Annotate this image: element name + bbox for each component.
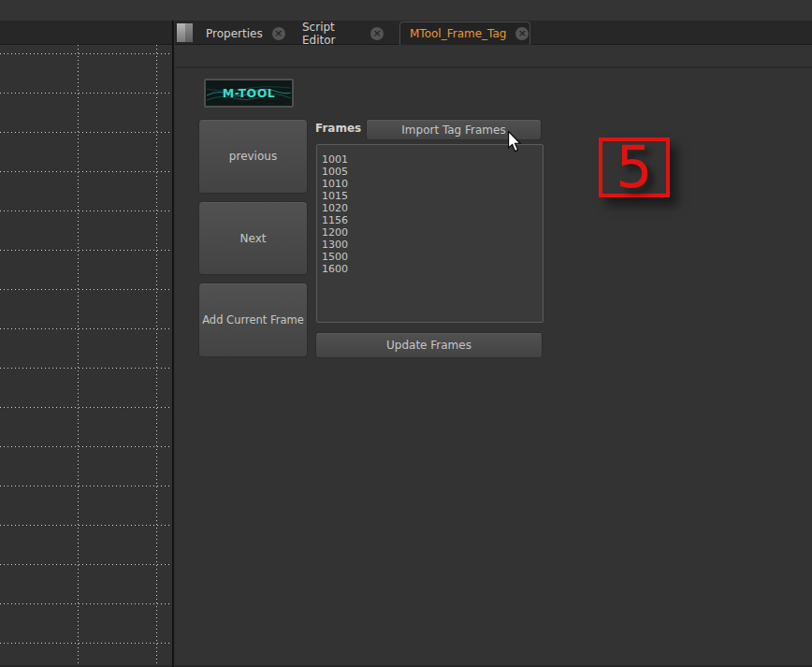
content-separator <box>175 66 812 68</box>
grid-line <box>0 93 172 94</box>
pane-menu-icon-right <box>185 23 194 42</box>
frame-list-item[interactable]: 1500 <box>322 251 538 263</box>
close-icon[interactable]: × <box>272 27 285 40</box>
frames-list[interactable]: 1001100510101015102011561200130015001600 <box>316 144 544 323</box>
frame-list-item[interactable]: 1200 <box>322 226 538 239</box>
grid-line <box>0 53 172 54</box>
pane-menu-icon[interactable] <box>177 23 193 42</box>
grid-line <box>0 328 172 329</box>
annotation-box: 5 <box>599 138 670 197</box>
tab-label: Script Editor <box>302 21 361 47</box>
frame-list-item[interactable]: 1600 <box>322 263 538 275</box>
update-frames-button[interactable]: Update Frames <box>315 332 543 358</box>
mtool-logo-text: M-TOOL <box>223 86 276 100</box>
tab-mtool-frame-tag[interactable]: MTool_Frame_Tag × <box>399 22 530 45</box>
mtool-logo: M-TOOL <box>204 79 294 108</box>
grid-line <box>0 603 172 604</box>
frames-label: Frames <box>315 122 361 135</box>
annotation-number: 5 <box>616 138 652 196</box>
frame-list-item[interactable]: 1005 <box>322 166 538 178</box>
close-icon[interactable]: × <box>515 27 529 40</box>
tab-label: Properties <box>206 27 263 40</box>
mouse-cursor <box>508 131 522 152</box>
add-current-frame-button[interactable]: Add Current Frame <box>198 283 308 357</box>
previous-button[interactable]: previous <box>198 119 308 194</box>
grid-line <box>0 486 172 486</box>
grid-line <box>0 368 172 369</box>
top-strip <box>0 0 812 21</box>
grid-line <box>0 132 172 133</box>
frame-list-item[interactable]: 1020 <box>322 202 538 214</box>
next-button[interactable]: Next <box>198 201 308 275</box>
grid-line <box>0 171 172 172</box>
frame-list-item[interactable]: 1001 <box>322 153 538 166</box>
frame-list-item[interactable]: 1015 <box>322 190 538 202</box>
node-graph-pane[interactable] <box>0 45 172 665</box>
grid-line <box>0 643 172 644</box>
grid-line <box>78 45 79 665</box>
frame-list-item[interactable]: 1300 <box>322 239 538 251</box>
grid-line <box>156 45 157 665</box>
grid-line <box>0 564 172 565</box>
mtool-logo-waves: M-TOOL <box>207 81 291 105</box>
grid-line <box>0 250 172 251</box>
frame-list-item[interactable]: 1010 <box>322 178 538 190</box>
tab-script-editor[interactable]: Script Editor × <box>293 22 393 44</box>
tab-label: MTool_Frame_Tag <box>410 27 506 40</box>
pane-menu-icon-left <box>177 23 185 42</box>
pane-divider[interactable] <box>172 21 175 667</box>
tab-properties[interactable]: Properties × <box>196 22 287 44</box>
nuke-window: Properties × Script Editor × MTool_Frame… <box>0 0 812 667</box>
grid-line <box>0 525 172 526</box>
grid-line <box>0 289 172 290</box>
grid-line <box>0 210 172 211</box>
grid-line <box>0 446 172 447</box>
frame-list-item[interactable]: 1156 <box>322 214 538 226</box>
close-icon[interactable]: × <box>370 27 384 40</box>
grid-line <box>0 407 172 408</box>
